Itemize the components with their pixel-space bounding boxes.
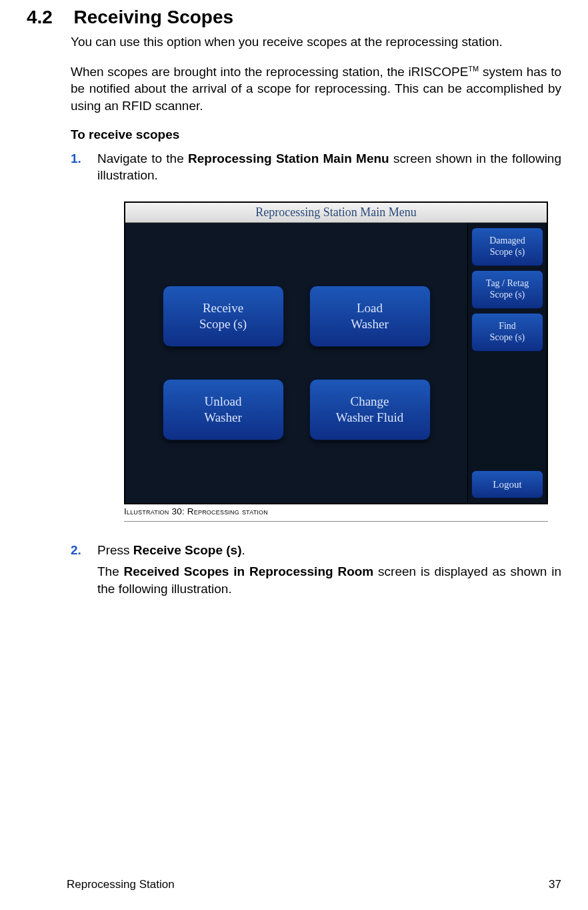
procedure-heading: To receive scopes <box>71 127 561 142</box>
footer-page-number: 37 <box>549 878 561 891</box>
device-sidebar: Damaged Scope (s) Tag / Retag Scope (s) … <box>468 223 547 503</box>
section-heading-row: 4.2 Receiving Scopes <box>27 7 561 28</box>
step-text-bold: Reprocessing Station Main Menu <box>188 151 389 165</box>
trademark-symbol: TM <box>468 64 479 72</box>
device-frame: Reprocessing Station Main Menu Receive S… <box>124 201 548 504</box>
step2-followup: The Received Scopes in Reprocessing Room… <box>97 563 561 597</box>
steps-list: 1. Navigate to the Reprocessing Station … <box>71 150 561 598</box>
tag-retag-scope-button[interactable]: Tag / Retag Scope (s) <box>472 271 543 308</box>
step-number: 1. <box>71 150 81 167</box>
logout-button[interactable]: Logout <box>472 471 543 498</box>
footer-left: Reprocessing Station <box>67 878 175 891</box>
caption-label: Illustration <box>124 506 169 516</box>
caption-sep: : <box>182 506 185 516</box>
intro-para-1: You can use this option when you receive… <box>71 33 561 51</box>
page-footer: Reprocessing Station 37 <box>67 878 561 891</box>
caption-text: Reprocessing station <box>187 506 268 516</box>
step2-pre: Press <box>97 543 133 557</box>
damaged-scope-button[interactable]: Damaged Scope (s) <box>472 228 543 266</box>
caption-num: 30 <box>171 506 181 516</box>
illustration-30: Reprocessing Station Main Menu Receive S… <box>124 201 548 522</box>
document-page: 4.2 Receiving Scopes You can use this op… <box>0 0 588 910</box>
unload-washer-button[interactable]: Unload Washer <box>163 380 283 440</box>
body-block: You can use this option when you receive… <box>71 33 561 597</box>
load-washer-button[interactable]: Load Washer <box>310 286 430 346</box>
step2-follow-pre: The <box>97 564 124 578</box>
device-main-area: Receive Scope (s) Load Washer Unload Was… <box>125 223 468 503</box>
section-number: 4.2 <box>27 7 71 28</box>
button-row-bottom: Unload Washer Change Washer Fluid <box>145 380 447 440</box>
intro-para-2: When scopes are brought into the reproce… <box>71 63 561 115</box>
step2-follow-bold: Received Scopes in Reprocessing Room <box>124 564 374 578</box>
caption-underline <box>124 521 548 522</box>
section-title: Receiving Scopes <box>73 7 233 28</box>
find-scope-button[interactable]: Find Scope (s) <box>472 314 543 351</box>
sidebar-top-group: Damaged Scope (s) Tag / Retag Scope (s) … <box>472 228 543 351</box>
device-titlebar: Reprocessing Station Main Menu <box>125 203 547 223</box>
device-body: Receive Scope (s) Load Washer Unload Was… <box>125 223 547 503</box>
receive-scope-button[interactable]: Receive Scope (s) <box>163 286 283 346</box>
step-number: 2. <box>71 542 81 559</box>
illustration-caption: Illustration 30: Reprocessing station <box>124 504 548 520</box>
para2-pre: When scopes are brought into the reproce… <box>71 65 468 79</box>
change-washer-fluid-button[interactable]: Change Washer Fluid <box>310 380 430 440</box>
step2-bold: Receive Scope (s) <box>133 543 242 557</box>
button-row-top: Receive Scope (s) Load Washer <box>145 286 447 346</box>
step2-post: . <box>242 543 245 557</box>
step-text-pre: Navigate to the <box>97 151 188 165</box>
step-2: 2. Press Receive Scope (s). The Received… <box>71 542 561 597</box>
step-1: 1. Navigate to the Reprocessing Station … <box>71 150 561 522</box>
